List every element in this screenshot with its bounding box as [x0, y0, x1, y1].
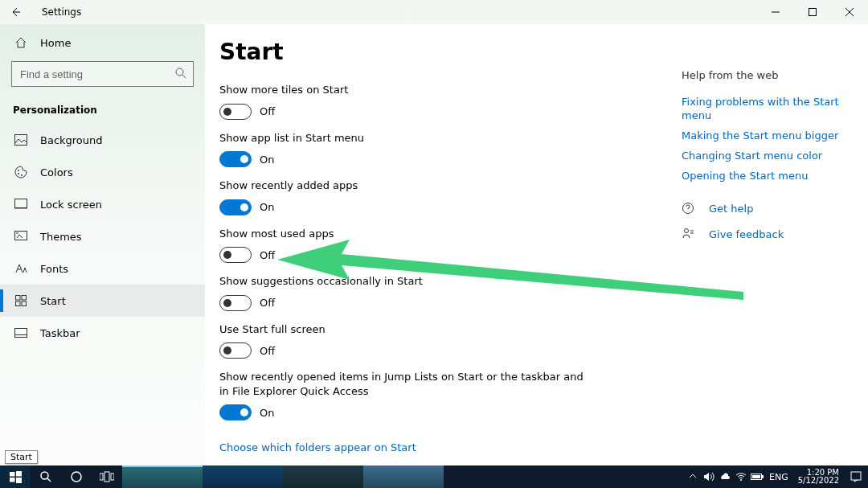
svg-rect-8 [16, 296, 21, 301]
svg-rect-23 [104, 472, 109, 482]
help-link-fixing[interactable]: Fixing problems with the Start menu [682, 96, 842, 123]
sidebar-home[interactable]: Home [0, 24, 205, 61]
back-button[interactable] [3, 0, 27, 24]
svg-rect-12 [15, 329, 27, 338]
svg-point-20 [41, 472, 48, 479]
tray-battery-icon[interactable] [750, 465, 764, 488]
sidebar-item-fonts[interactable]: Fonts [0, 252, 205, 285]
setting-label: Show suggestions occasionally in Start [219, 274, 589, 289]
tray-overflow-icon[interactable] [686, 465, 700, 488]
setting-label: Show more tiles on Start [219, 83, 589, 97]
tray-notifications-icon[interactable] [845, 471, 866, 482]
setting-recently-added: Show recently added apps On [219, 178, 589, 215]
choose-folders-link[interactable]: Choose which folders appear on Start [219, 441, 416, 453]
toggle-state: On [260, 201, 274, 213]
sidebar-item-label: Themes [40, 231, 82, 243]
svg-point-21 [72, 472, 81, 482]
setting-label: Show app list in Start menu [219, 131, 589, 146]
svg-rect-29 [851, 472, 861, 480]
sidebar-item-lock-screen[interactable]: Lock screen [0, 188, 205, 220]
tray-clock[interactable]: 1:20 PM 5/12/2022 [793, 469, 844, 486]
main-content: Start Show more tiles on Start Off Show … [205, 24, 868, 465]
svg-point-3 [18, 170, 19, 171]
home-icon [14, 36, 27, 49]
help-icon [682, 202, 694, 215]
toggle-state: Off [260, 345, 275, 357]
help-panel: Help from the web Fixing problems with t… [682, 69, 842, 240]
setting-suggestions: Show suggestions occasionally in Start O… [219, 274, 589, 311]
close-button[interactable] [831, 0, 868, 24]
taskbar-taskview-button[interactable] [92, 465, 122, 488]
toggle-show-more-tiles[interactable] [219, 104, 252, 120]
svg-point-5 [21, 174, 23, 176]
minimize-button[interactable] [757, 0, 794, 24]
sidebar-item-label: Taskbar [40, 327, 80, 339]
feedback-icon [682, 228, 694, 240]
taskbar-search-button[interactable] [31, 465, 61, 488]
help-link-bigger[interactable]: Making the Start menu bigger [682, 129, 842, 143]
svg-rect-16 [10, 472, 15, 477]
help-link-opening[interactable]: Opening the Start menu [682, 170, 842, 183]
taskbar-running-apps [122, 465, 686, 488]
svg-point-25 [740, 479, 742, 481]
search-input[interactable] [11, 61, 194, 87]
sidebar-item-label: Colors [40, 166, 73, 178]
sidebar-item-label: Fonts [40, 263, 68, 275]
picture-icon [14, 134, 27, 146]
svg-rect-9 [22, 296, 27, 301]
titlebar: Settings [0, 0, 868, 24]
sidebar-category: Personalization [0, 95, 205, 124]
setting-most-used: Show most used apps Off [219, 227, 589, 264]
toggle-full-screen[interactable] [219, 342, 252, 359]
svg-rect-17 [16, 471, 22, 477]
give-feedback-label: Give feedback [709, 228, 784, 240]
setting-label: Show recently added apps [219, 178, 589, 193]
toggle-show-app-list[interactable] [219, 151, 252, 167]
svg-point-1 [176, 68, 183, 76]
taskbar-app-1[interactable] [122, 465, 203, 488]
tray-onedrive-icon[interactable] [718, 465, 732, 488]
taskbar-cortana-button[interactable] [61, 465, 92, 488]
taskbar: ENG 1:20 PM 5/12/2022 [0, 465, 868, 488]
cortana-icon [70, 470, 83, 483]
get-help-link[interactable]: Get help [682, 202, 842, 215]
tray-wifi-icon[interactable] [734, 465, 748, 488]
system-tray: ENG 1:20 PM 5/12/2022 [686, 465, 868, 488]
window-controls [757, 0, 868, 24]
taskbar-start-button[interactable] [0, 465, 31, 488]
give-feedback-link[interactable]: Give feedback [682, 228, 842, 240]
svg-rect-27 [762, 475, 764, 478]
toggle-most-used[interactable] [219, 247, 252, 263]
setting-show-more-tiles: Show more tiles on Start Off [219, 83, 589, 120]
sidebar-item-taskbar[interactable]: Taskbar [0, 317, 205, 349]
themes-icon [14, 231, 27, 242]
windows-logo-icon [10, 471, 22, 483]
taskview-icon [100, 471, 114, 482]
taskbar-app-2[interactable] [203, 465, 283, 488]
sidebar-item-start[interactable]: Start [0, 285, 205, 317]
tray-volume-icon[interactable] [702, 465, 716, 488]
tray-language[interactable]: ENG [766, 472, 792, 482]
toggle-recently-added[interactable] [219, 199, 252, 215]
sidebar-item-themes[interactable]: Themes [0, 220, 205, 252]
toggle-suggestions[interactable] [219, 295, 252, 311]
taskbar-app-3[interactable] [283, 465, 363, 488]
toggle-jump-lists[interactable] [219, 404, 252, 420]
maximize-button[interactable] [794, 0, 831, 24]
taskbar-app-4[interactable] [363, 465, 444, 488]
toggle-state: Off [260, 105, 275, 117]
back-arrow-icon [10, 6, 21, 18]
search-box[interactable] [11, 61, 194, 87]
svg-rect-18 [10, 478, 15, 482]
sidebar-item-background[interactable]: Background [0, 124, 205, 156]
svg-point-4 [18, 173, 19, 174]
palette-icon [14, 166, 27, 178]
svg-point-14 [685, 229, 689, 233]
setting-show-app-list: Show app list in Start menu On [219, 131, 589, 168]
sidebar-item-colors[interactable]: Colors [0, 156, 205, 188]
help-link-color[interactable]: Changing Start menu color [682, 150, 842, 163]
svg-rect-6 [15, 199, 27, 208]
setting-jump-lists: Show recently opened items in Jump Lists… [219, 370, 589, 420]
svg-rect-0 [809, 9, 817, 16]
svg-rect-19 [16, 478, 22, 483]
